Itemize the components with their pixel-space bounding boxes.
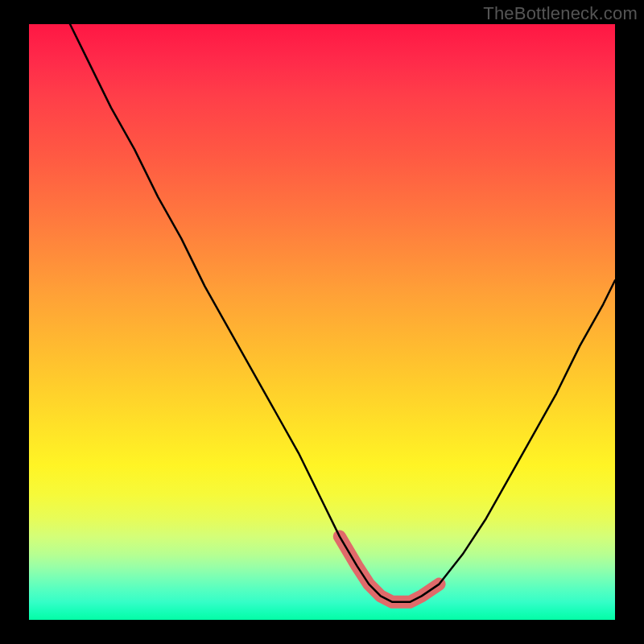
bottleneck-curve-path xyxy=(70,24,615,602)
plot-area xyxy=(29,24,615,620)
curve-svg xyxy=(29,24,615,620)
chart-frame: TheBottleneck.com xyxy=(0,0,644,644)
watermark-text: TheBottleneck.com xyxy=(483,3,638,24)
optimal-band-highlight xyxy=(340,536,440,601)
